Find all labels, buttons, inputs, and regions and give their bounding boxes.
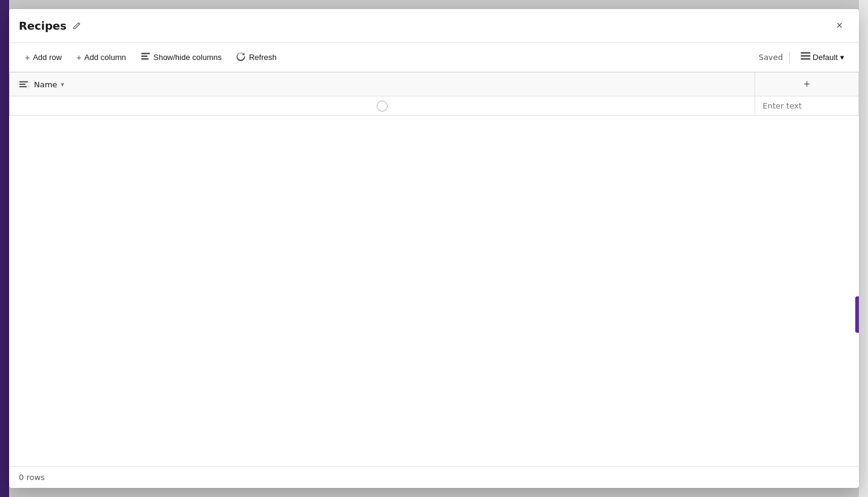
svg-rect-3 <box>801 52 810 54</box>
name-text-input[interactable] <box>755 96 858 115</box>
add-row-label: Add row <box>33 53 62 62</box>
add-row-button[interactable]: + Add row <box>19 50 68 65</box>
add-row-icon: + <box>25 53 30 62</box>
svg-rect-0 <box>141 53 150 55</box>
modal-title-area: Recipes <box>19 19 81 32</box>
sidebar-glimpse <box>0 0 9 497</box>
svg-rect-7 <box>19 84 25 85</box>
svg-rect-6 <box>19 81 28 82</box>
refresh-button[interactable]: Refresh <box>230 48 283 66</box>
default-view-button[interactable]: Default ▾ <box>796 50 849 65</box>
saved-status: Saved <box>759 53 783 62</box>
right-glimpse <box>859 0 868 497</box>
svg-rect-8 <box>19 86 27 87</box>
text-input-cell[interactable] <box>755 96 859 116</box>
refresh-icon <box>236 52 246 63</box>
close-button[interactable]: × <box>830 16 849 36</box>
svg-rect-5 <box>801 58 810 60</box>
show-hide-label: Show/hide columns <box>153 53 222 62</box>
column-type-icon <box>17 80 30 88</box>
toolbar-divider <box>789 52 790 64</box>
rows-count-label: 0 rows <box>19 473 45 482</box>
name-column-header[interactable]: Name ▾ <box>10 73 755 96</box>
modal-title: Recipes <box>19 19 67 32</box>
add-column-label: Add column <box>84 53 126 62</box>
chevron-down-icon: ▾ <box>840 53 844 62</box>
list-icon <box>801 52 810 62</box>
show-hide-icon <box>141 52 150 63</box>
row-select-checkbox[interactable] <box>377 101 388 112</box>
modal-footer: 0 rows <box>9 466 859 488</box>
toolbar-right: Saved Default ▾ <box>759 50 849 65</box>
table-row <box>10 96 859 116</box>
add-column-header[interactable]: + <box>755 73 859 96</box>
svg-rect-1 <box>141 56 147 58</box>
edit-icon[interactable] <box>72 21 81 31</box>
svg-rect-2 <box>141 58 149 60</box>
add-column-plus-button[interactable]: + <box>755 73 858 96</box>
row-checkbox-cell <box>10 96 755 116</box>
toolbar: + Add row + Add column Show/hide columns <box>9 43 859 72</box>
refresh-label: Refresh <box>249 53 277 62</box>
modal-header: Recipes × <box>9 9 859 43</box>
add-column-button[interactable]: + Add column <box>70 50 132 65</box>
column-chevron-icon: ▾ <box>61 81 64 88</box>
table-area[interactable]: Name ▾ + <box>9 72 859 466</box>
toolbar-left: + Add row + Add column Show/hide columns <box>19 48 283 66</box>
add-column-icon: + <box>76 53 81 62</box>
data-grid: Name ▾ + <box>9 72 859 116</box>
show-hide-columns-button[interactable]: Show/hide columns <box>135 48 228 66</box>
purple-accent-bar <box>855 296 859 333</box>
modal-container: Recipes × + Add row + Add column <box>9 9 859 488</box>
svg-rect-4 <box>801 55 810 57</box>
column-name-label: Name <box>34 80 57 89</box>
default-view-label: Default <box>813 53 838 62</box>
